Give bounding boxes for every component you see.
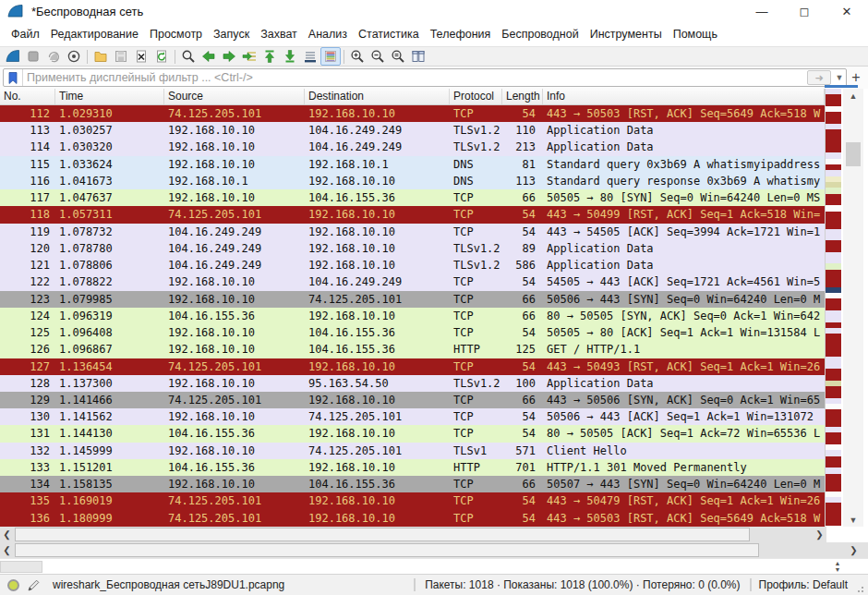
cell-protocol: TCP [450,324,502,341]
menu-statistics[interactable]: Статистика [353,24,425,44]
menu-help[interactable]: Помощь [668,24,723,44]
capture-options-icon[interactable] [64,47,84,66]
previous-packet-icon[interactable] [199,47,219,66]
apply-filter-icon[interactable]: ➜ [807,70,831,85]
resize-columns-icon[interactable] [408,47,428,66]
stop-capture-icon[interactable] [23,47,43,66]
add-filter-button[interactable]: + [847,69,865,86]
cell-destination: 74.125.205.101 [305,408,450,425]
zoom-in-icon[interactable] [347,47,368,66]
menu-edit[interactable]: Редактирование [45,24,144,44]
packet-row[interactable]: 122 1.078822 192.168.10.10 104.16.249.24… [0,273,825,290]
scroll-up-icon[interactable]: ▲ [843,89,863,103]
auto-scroll-icon[interactable] [300,47,320,66]
intelligent-scrollbar-minimap[interactable] [825,89,841,527]
next-packet-icon[interactable] [219,47,239,66]
display-filter-input[interactable] [23,71,807,84]
packet-row[interactable]: 127 1.136454 74.125.205.101 192.168.10.1… [0,358,825,375]
reload-file-icon[interactable] [151,47,172,66]
menu-view[interactable]: Просмотр [144,24,208,44]
zoom-original-icon[interactable] [388,47,408,66]
packet-row[interactable]: 132 1.145999 192.168.10.10 74.125.205.10… [0,443,825,459]
packet-row[interactable]: 116 1.041673 192.168.10.1 192.168.10.10 … [0,173,825,189]
packet-counts: Пакеты: 1018 · Показаны: 1018 (100.0%) ·… [414,578,751,591]
resize-grip[interactable] [857,584,866,593]
vertical-scrollbar[interactable]: ▲ ▼ [843,89,863,527]
menu-capture[interactable]: Захват [255,24,303,44]
packet-row[interactable]: 134 1.158135 192.168.10.10 104.16.155.36… [0,476,825,492]
open-file-icon[interactable] [90,47,111,66]
packet-row[interactable]: 112 1.029310 74.125.205.101 192.168.10.1… [0,105,825,122]
packet-row[interactable]: 136 1.180999 74.125.205.101 192.168.10.1… [0,510,825,527]
column-header-source[interactable]: Source [164,89,305,104]
packet-row[interactable]: 121 1.078806 104.16.249.249 192.168.10.1… [0,257,825,273]
capture-comment-icon[interactable] [25,578,42,592]
packet-row[interactable]: 133 1.151201 104.16.155.36 192.168.10.10… [0,459,825,476]
packet-row[interactable]: 120 1.078780 104.16.249.249 192.168.10.1… [0,240,825,257]
scroll-right-icon[interactable]: ❯ [813,527,826,542]
cell-source: 192.168.10.10 [164,122,305,139]
packet-row[interactable]: 118 1.057311 74.125.205.101 192.168.10.1… [0,206,825,223]
packet-row[interactable]: 126 1.096867 192.168.10.10 104.16.155.36… [0,341,825,358]
menu-tools[interactable]: Инструменты [585,24,668,44]
lower-hscrollbar[interactable]: ❮ ❯ [0,542,868,558]
column-header-length[interactable]: Length [502,89,543,104]
go-to-packet-icon[interactable] [239,47,259,66]
expert-info-icon[interactable] [7,579,19,591]
first-packet-icon[interactable] [259,47,280,66]
packet-row[interactable]: 131 1.144130 104.16.155.36 192.168.10.10… [0,425,825,442]
vertical-scrollbar-thumb[interactable] [846,142,861,166]
scroll-left-icon[interactable]: ❮ [0,527,14,542]
packet-row[interactable]: 128 1.137300 192.168.10.10 95.163.54.50 … [0,375,825,392]
collapsed-scroll-arrows[interactable]: ▲▼ [831,560,844,573]
cell-length: 66 [502,476,543,492]
filter-bookmark-icon[interactable] [4,69,23,86]
column-header-protocol[interactable]: Protocol [450,89,502,104]
zoom-out-icon[interactable] [368,47,388,66]
packet-row[interactable]: 130 1.141562 192.168.10.10 74.125.205.10… [0,408,825,425]
cell-time: 1.033624 [55,156,164,173]
start-capture-icon[interactable] [3,47,23,66]
find-packet-icon[interactable] [178,47,199,66]
colorize-packets-icon[interactable] [320,47,341,66]
collapsed-pane-handle[interactable] [0,561,42,573]
packet-row[interactable]: 135 1.169019 74.125.205.101 192.168.10.1… [0,492,825,509]
close-button[interactable]: ✕ [826,0,868,22]
cell-no: 116 [0,173,55,189]
menu-go[interactable]: Запуск [208,24,255,44]
packet-row[interactable]: 125 1.096408 192.168.10.10 104.16.155.36… [0,324,825,341]
column-header-no[interactable]: No. [0,89,55,104]
display-filter-field[interactable]: ➜ ▼ [3,68,847,87]
column-header-destination[interactable]: Destination [305,89,450,104]
packet-row[interactable]: 119 1.078732 104.16.249.249 192.168.10.1… [0,224,825,240]
hscrollbar-thumb[interactable] [15,543,759,557]
packet-row[interactable]: 114 1.030320 192.168.10.10 104.16.249.24… [0,139,825,155]
scroll-right-icon[interactable]: ❯ [847,542,861,558]
packet-row[interactable]: 113 1.030257 192.168.10.10 104.16.249.24… [0,122,825,139]
menu-analyze[interactable]: Анализ [303,24,353,44]
maximize-button[interactable]: ◻ [783,0,826,22]
last-packet-icon[interactable] [280,47,300,66]
scroll-left-icon[interactable]: ❮ [0,542,14,558]
filter-dropdown-icon[interactable]: ▼ [833,69,846,86]
packet-row[interactable]: 123 1.079985 192.168.10.10 74.125.205.10… [0,291,825,308]
packet-row[interactable]: 129 1.141466 74.125.205.101 192.168.10.1… [0,392,825,408]
hscrollbar-thumb[interactable] [15,528,750,541]
profile-label[interactable]: Профиль: Default [752,578,858,591]
packet-row[interactable]: 115 1.033624 192.168.10.10 192.168.10.1 … [0,156,825,173]
save-file-icon[interactable] [111,47,131,66]
packet-row[interactable]: 124 1.096319 104.16.155.36 192.168.10.10… [0,308,825,324]
menu-file[interactable]: Файл [6,24,45,44]
menu-wireless[interactable]: Беспроводной [496,24,584,44]
cell-info: 50505 → 80 [SYN] Seq=0 Win=64240 Len=0 M… [543,189,825,206]
close-file-icon[interactable] [131,47,151,66]
minimize-button[interactable]: — [741,0,783,22]
column-header-info[interactable]: Info [543,89,825,104]
packet-row[interactable]: 117 1.047637 192.168.10.10 104.16.155.36… [0,189,825,206]
menu-telephony[interactable]: Телефония [425,24,497,44]
column-header-time[interactable]: Time [55,89,164,104]
cell-info: 443 → 50479 [RST, ACK] Seq=1 Ack=1 Win=2… [543,492,825,509]
restart-capture-icon[interactable] [43,47,64,66]
scroll-down-icon[interactable]: ▼ [843,513,863,527]
packet-list-hscrollbar[interactable]: ❮ ❯ [0,527,826,542]
